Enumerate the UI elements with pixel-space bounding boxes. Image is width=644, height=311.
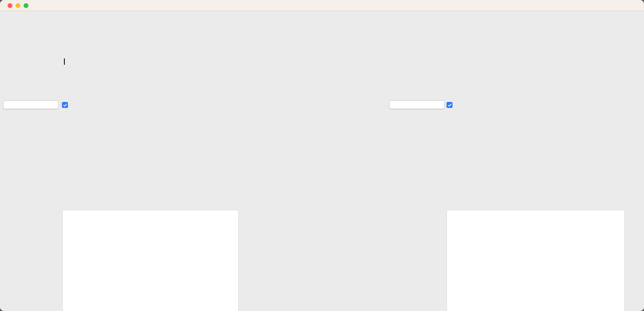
allow-rippling-standby-checkbox[interactable]	[62, 102, 68, 108]
operational-results-label	[385, 211, 445, 217]
allow-rippling-operational-checkbox[interactable]	[447, 102, 453, 108]
minimize-button[interactable]	[16, 3, 20, 8]
configure-account-standby-button[interactable]	[3, 100, 58, 109]
configure-account-operational-button[interactable]	[389, 100, 445, 109]
main-content	[0, 11, 644, 311]
close-button[interactable]	[8, 3, 12, 8]
checkmark-icon	[447, 103, 452, 108]
standby-results-label	[0, 211, 60, 217]
text-cursor	[64, 58, 65, 65]
standby-results-textarea[interactable]	[62, 210, 239, 311]
zoom-button[interactable]	[24, 3, 28, 8]
checkmark-icon	[63, 103, 68, 108]
titlebar	[0, 0, 644, 11]
app-window	[0, 0, 644, 311]
operational-results-textarea[interactable]	[447, 210, 625, 311]
